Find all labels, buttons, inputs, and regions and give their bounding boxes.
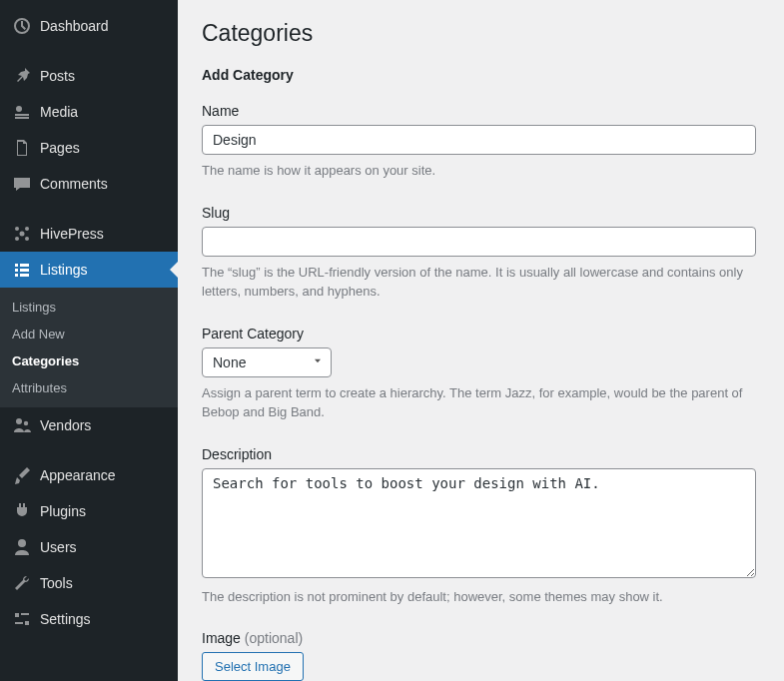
- main-content: Categories Add Category Name The name is…: [178, 0, 784, 681]
- sidebar-submenu: Listings Add New Categories Attributes: [0, 288, 178, 407]
- parent-field: Parent Category None Assign a parent ter…: [202, 326, 760, 422]
- brush-icon: [12, 465, 32, 485]
- svg-rect-7: [20, 264, 29, 267]
- image-field: Image (optional) Select Image: [202, 630, 760, 681]
- description-input[interactable]: [202, 468, 756, 578]
- sidebar-item-hivepress[interactable]: HivePress: [0, 216, 178, 252]
- page-title: Categories: [202, 20, 760, 47]
- submenu-item-listings[interactable]: Listings: [0, 294, 178, 321]
- sidebar-label: Dashboard: [40, 18, 109, 34]
- sidebar-item-vendors[interactable]: Vendors: [0, 407, 178, 443]
- name-label: Name: [202, 103, 760, 119]
- sidebar-item-appearance[interactable]: Appearance: [0, 457, 178, 493]
- slug-field: Slug The “slug” is the URL-friendly vers…: [202, 205, 760, 302]
- wrench-icon: [12, 573, 32, 593]
- parent-select[interactable]: None: [202, 347, 332, 377]
- svg-rect-11: [20, 274, 29, 277]
- svg-rect-8: [15, 269, 18, 272]
- sidebar-label: Users: [40, 539, 77, 555]
- svg-point-4: [15, 237, 19, 241]
- description-label: Description: [202, 446, 760, 462]
- image-label: Image (optional): [202, 630, 760, 646]
- name-input[interactable]: [202, 125, 756, 155]
- sidebar-label: Plugins: [40, 503, 86, 519]
- svg-rect-17: [25, 621, 29, 625]
- sidebar-label: HivePress: [40, 226, 104, 242]
- sidebar-label: Pages: [40, 140, 80, 156]
- sidebar-label: Posts: [40, 68, 75, 84]
- plug-icon: [12, 501, 32, 521]
- admin-sidebar: Dashboard Posts Media Pages Comments Hiv…: [0, 0, 178, 681]
- sidebar-item-settings[interactable]: Settings: [0, 601, 178, 637]
- sidebar-item-posts[interactable]: Posts: [0, 58, 178, 94]
- svg-point-1: [15, 227, 19, 231]
- hivepress-icon: [12, 224, 32, 244]
- sidebar-item-pages[interactable]: Pages: [0, 130, 178, 166]
- dashboard-icon: [12, 16, 32, 36]
- comment-icon: [12, 174, 32, 194]
- submenu-item-attributes[interactable]: Attributes: [0, 374, 178, 401]
- svg-point-12: [16, 418, 22, 424]
- media-icon: [12, 102, 32, 122]
- sidebar-label: Tools: [40, 575, 73, 591]
- sidebar-item-users[interactable]: Users: [0, 529, 178, 565]
- svg-point-3: [20, 232, 25, 237]
- svg-point-5: [25, 237, 29, 241]
- user-icon: [12, 537, 32, 557]
- svg-point-14: [18, 539, 26, 547]
- slug-input[interactable]: [202, 227, 756, 257]
- sidebar-label: Settings: [40, 611, 91, 627]
- settings-icon: [12, 609, 32, 629]
- svg-rect-16: [21, 613, 29, 615]
- list-icon: [12, 260, 32, 280]
- section-title: Add Category: [202, 67, 760, 83]
- page-icon: [12, 138, 32, 158]
- submenu-item-addnew[interactable]: Add New: [0, 321, 178, 347]
- sidebar-label: Media: [40, 104, 78, 120]
- name-field: Name The name is how it appears on your …: [202, 103, 760, 181]
- svg-rect-15: [15, 613, 19, 617]
- sidebar-item-dashboard[interactable]: Dashboard: [0, 8, 178, 44]
- svg-point-2: [25, 227, 29, 231]
- sidebar-label: Appearance: [40, 467, 116, 483]
- sidebar-item-plugins[interactable]: Plugins: [0, 493, 178, 529]
- svg-rect-18: [15, 622, 23, 624]
- sidebar-item-media[interactable]: Media: [0, 94, 178, 130]
- sidebar-label: Listings: [40, 262, 87, 278]
- vendors-icon: [12, 415, 32, 435]
- sidebar-item-listings[interactable]: Listings: [0, 252, 178, 288]
- slug-help: The “slug” is the URL-friendly version o…: [202, 263, 756, 302]
- pin-icon: [12, 66, 32, 86]
- name-help: The name is how it appears on your site.: [202, 161, 756, 181]
- sidebar-item-tools[interactable]: Tools: [0, 565, 178, 601]
- description-field: Description The description is not promi…: [202, 446, 760, 607]
- parent-help: Assign a parent term to create a hierarc…: [202, 383, 756, 422]
- svg-point-13: [24, 421, 28, 425]
- sidebar-item-comments[interactable]: Comments: [0, 166, 178, 202]
- svg-rect-9: [20, 269, 29, 272]
- select-image-button[interactable]: Select Image: [202, 652, 304, 681]
- sidebar-label: Comments: [40, 176, 108, 192]
- description-help: The description is not prominent by defa…: [202, 587, 756, 607]
- submenu-item-categories[interactable]: Categories: [0, 347, 178, 374]
- sidebar-label: Vendors: [40, 417, 91, 433]
- parent-label: Parent Category: [202, 326, 760, 341]
- svg-point-0: [16, 106, 22, 112]
- svg-rect-6: [15, 264, 18, 267]
- slug-label: Slug: [202, 205, 760, 221]
- svg-rect-10: [15, 274, 18, 277]
